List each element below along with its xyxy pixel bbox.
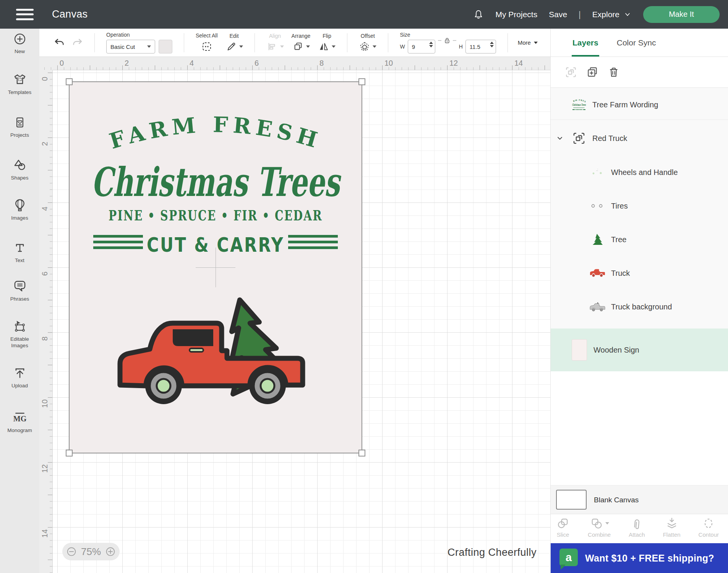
blank-canvas-row[interactable]: Blank Canvas [551, 485, 728, 514]
door-handle-shape [190, 348, 203, 352]
sidebar-item-new[interactable]: New [0, 32, 39, 55]
layer-row-truck[interactable]: Truck [551, 256, 728, 290]
width-stepper[interactable]: 9 [408, 40, 435, 53]
layer-row-red-truck[interactable]: Red Truck [551, 121, 728, 155]
selection-handle[interactable] [358, 450, 365, 456]
redo-button[interactable] [71, 37, 84, 49]
toolbar-divider [507, 33, 508, 52]
toolbar-divider [255, 33, 255, 52]
collapse-chevron-icon[interactable] [556, 134, 564, 142]
arrange-icon [292, 41, 304, 52]
select-all-button[interactable]: Select All [196, 32, 218, 53]
chevron-down-icon [373, 45, 376, 48]
selection-handle[interactable] [66, 78, 73, 85]
lock-icon [443, 36, 451, 45]
operation-group: Operation Basic Cut [106, 32, 172, 53]
stepper-arrows-icon[interactable] [490, 42, 494, 47]
arrange-button[interactable]: Arrange [292, 33, 311, 52]
tab-color-sync[interactable]: Color Sync [617, 29, 656, 57]
design-canvas[interactable]: - FARM FRESH - Christmas Trees PINE • SP… [39, 57, 550, 573]
script-title-text: Christmas Trees [91, 159, 341, 206]
pencil-icon [225, 41, 237, 52]
layer-actions-bar: Slice Combine Attach [551, 514, 728, 543]
aspect-lock[interactable] [438, 36, 456, 45]
make-it-button[interactable]: Make It [643, 6, 720, 23]
height-stepper[interactable]: 11.5 [465, 40, 496, 53]
height-label: H [459, 44, 463, 50]
editable-images-icon [13, 319, 27, 333]
tshirt-icon [13, 72, 27, 87]
sidebar-item-phrases[interactable]: Phrases [0, 279, 39, 303]
sidebar-item-projects[interactable]: Projects [0, 116, 39, 139]
color-swatch[interactable] [159, 40, 172, 53]
zoom-out-button[interactable] [66, 546, 77, 557]
operation-select[interactable]: Basic Cut [106, 40, 155, 53]
zoom-control: 75% [62, 543, 120, 560]
chevron-down-icon [147, 45, 151, 48]
contour-icon [702, 516, 715, 530]
vertical-ruler: 0 2 4 6 8 10 12 14 [39, 70, 53, 573]
chevron-down-icon [239, 45, 243, 48]
red-truck-graphic [120, 292, 303, 406]
selection-handle[interactable] [358, 78, 365, 85]
slice-button: Slice [556, 516, 570, 543]
more-button[interactable]: More [518, 39, 538, 46]
combine-button: Combine [588, 516, 611, 543]
align-button: Align [266, 33, 284, 52]
layers-list: FARM FRESH Christmas Trees Tree Farm Wor… [551, 88, 728, 329]
layer-row-tree[interactable]: Tree [551, 223, 728, 256]
undo-button[interactable] [53, 37, 65, 49]
attach-button: Attach [629, 516, 645, 543]
width-label: W [400, 44, 405, 50]
rear-wheel-shape [249, 367, 286, 404]
horizontal-ruler: 0 2 4 6 8 10 12 14 [39, 57, 550, 70]
layer-row-wooden-sign-selected[interactable]: Wooden Sign [551, 329, 728, 371]
explore-menu[interactable]: Explore [592, 10, 632, 19]
promo-banner[interactable]: a Want $10 + FREE shipping? [551, 543, 728, 573]
sidebar-item-editable-images[interactable]: Editable Images [0, 319, 39, 349]
stepper-arrows-icon[interactable] [429, 42, 433, 47]
shapes-icon [13, 158, 27, 172]
tab-layers[interactable]: Layers [572, 29, 598, 57]
delete-button[interactable] [607, 66, 620, 79]
chevron-down-icon [623, 10, 632, 19]
flatten-button: Flatten [663, 516, 681, 543]
layers-panel: Layers Color Sync [550, 29, 728, 573]
my-projects-link[interactable]: My Projects [496, 10, 538, 19]
duplicate-button[interactable] [586, 66, 599, 79]
svg-text:Christmas Trees: Christmas Trees [572, 103, 586, 107]
chevron-down-icon [332, 45, 336, 48]
layer-row-tree-farm-wording[interactable]: FARM FRESH Christmas Trees Tree Farm Wor… [551, 88, 728, 121]
toolbar-divider [94, 33, 95, 52]
layer-row-wheels-and-handle[interactable]: Wheels and Handle [551, 155, 728, 189]
sidebar-item-monogram[interactable]: MG Monogram [0, 410, 39, 434]
layer-row-tires[interactable]: Tires [551, 189, 728, 223]
hamburger-menu-icon[interactable] [16, 9, 34, 20]
notifications-bell-icon[interactable] [473, 8, 484, 21]
sidebar-item-text[interactable]: Text [0, 241, 39, 264]
contour-button: Contour [699, 516, 719, 543]
varieties-text: PINE • SPRUCE • FIR • CEDAR [109, 207, 323, 224]
truck-thumbnail [589, 268, 606, 278]
selection-handle[interactable] [66, 450, 73, 456]
watermark-text: Crafting Cheerfully [448, 547, 537, 558]
front-wheel-shape [145, 367, 182, 404]
size-label: Size [400, 32, 410, 38]
layer-row-truck-background[interactable]: Truck background [551, 290, 728, 324]
chevron-down-icon [280, 45, 284, 48]
offset-button[interactable]: Offset [359, 33, 376, 52]
save-link[interactable]: Save [549, 10, 567, 19]
tree-thumbnail [591, 233, 605, 246]
select-all-icon [201, 40, 213, 53]
sidebar-item-images[interactable]: Images [0, 198, 39, 222]
zoom-in-button[interactable] [105, 546, 116, 557]
edit-button[interactable]: Edit [225, 33, 243, 52]
sidebar-item-shapes[interactable]: Shapes [0, 158, 39, 181]
zoom-level: 75% [81, 546, 101, 558]
tires-thumbnail [589, 201, 606, 210]
flip-icon [318, 41, 329, 52]
sidebar-item-upload[interactable]: Upload [0, 366, 39, 389]
offset-icon [359, 41, 370, 52]
flip-button[interactable]: Flip [318, 33, 336, 52]
sidebar-item-templates[interactable]: Templates [0, 72, 39, 96]
